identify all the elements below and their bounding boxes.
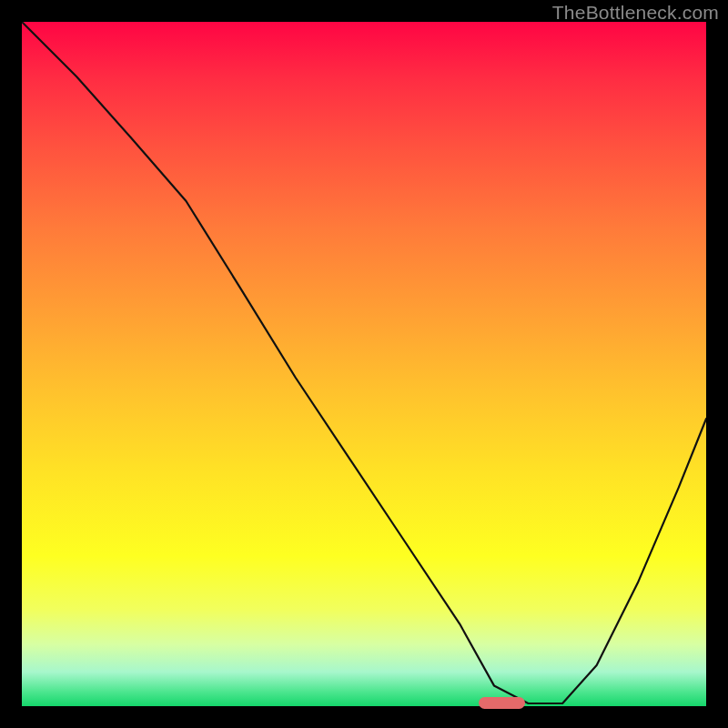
curve-svg	[22, 22, 706, 706]
watermark-text: TheBottleneck.com	[552, 2, 719, 24]
plot-area	[22, 22, 706, 706]
chart-wrapper: TheBottleneck.com	[0, 0, 728, 728]
optimum-marker	[479, 697, 525, 709]
bottleneck-curve	[22, 22, 706, 703]
